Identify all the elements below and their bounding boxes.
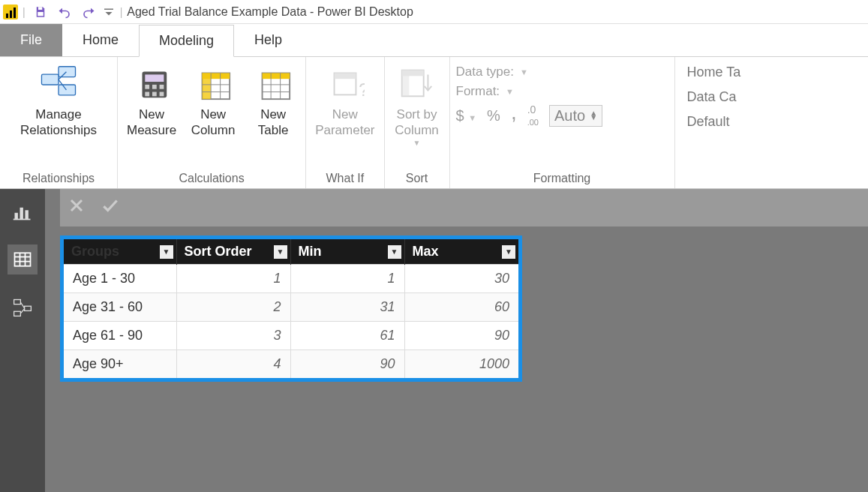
default-label: Default: [687, 114, 730, 129]
data-view-button[interactable]: [8, 244, 38, 274]
filter-dropdown-icon[interactable]: ▼: [160, 245, 173, 259]
new-table-button[interactable]: New Table: [247, 60, 299, 139]
ribbon-group-properties: Home Ta Data Ca Default: [675, 57, 868, 188]
manage-relationships-button[interactable]: Manage Relationships: [6, 60, 111, 139]
ribbon: Manage Relationships Relationships New M…: [0, 57, 868, 189]
filter-dropdown-icon[interactable]: ▼: [502, 245, 515, 259]
svg-rect-34: [401, 70, 409, 97]
home-table-dropdown[interactable]: Home Ta: [687, 64, 741, 80]
column-header-max[interactable]: Max ▼: [404, 239, 518, 265]
default-dropdown[interactable]: Default: [687, 114, 741, 130]
cell-group: Age 90+: [64, 350, 176, 379]
svg-rect-35: [15, 213, 18, 220]
new-parameter-button[interactable]: ? New Parameter: [312, 60, 377, 139]
undo-icon: [58, 5, 71, 19]
cancel-formula-button[interactable]: [68, 196, 86, 220]
thousands-button[interactable]: ,: [511, 100, 517, 124]
ribbon-group-formatting: Data type: ▼ Format: ▼ $ ▼ % , .0.00 Aut…: [450, 57, 675, 188]
svg-line-48: [20, 309, 24, 314]
sort-by-column-button[interactable]: Sort by Column ▼: [391, 60, 443, 148]
svg-rect-1: [38, 12, 44, 16]
svg-line-47: [20, 302, 24, 308]
new-column-button[interactable]: New Column: [187, 60, 239, 139]
svg-rect-13: [145, 92, 149, 97]
filter-dropdown-icon[interactable]: ▼: [388, 245, 401, 259]
sort-icon: [398, 63, 437, 102]
tab-modeling[interactable]: Modeling: [139, 25, 234, 57]
cell-max: 60: [404, 293, 518, 322]
cell-group: Age 31 - 60: [64, 293, 176, 322]
cell-max: 1000: [404, 350, 518, 379]
svg-rect-24: [263, 73, 290, 79]
decimal-places-input[interactable]: Auto ▲▼: [549, 105, 602, 127]
column-icon: [194, 63, 233, 102]
chevron-down-icon: ▼: [468, 113, 476, 122]
table-row[interactable]: Age 1 - 30 1 1 30: [64, 265, 518, 293]
column-header-min[interactable]: Min ▼: [290, 239, 404, 265]
table-row[interactable]: Age 61 - 90 3 61 90: [64, 322, 518, 350]
header-label: Groups: [71, 244, 119, 259]
currency-button[interactable]: $ ▼: [456, 107, 477, 124]
column-header-groups[interactable]: Groups ▼: [64, 239, 176, 265]
svg-rect-11: [152, 85, 157, 89]
group-label-relationships: Relationships: [6, 169, 111, 187]
table-row[interactable]: Age 31 - 60 2 31 60: [64, 293, 518, 322]
formula-input[interactable]: [135, 195, 860, 220]
home-table-label: Home Ta: [687, 64, 741, 80]
model-view-button[interactable]: [8, 292, 38, 322]
save-icon: [34, 5, 47, 19]
table-icon: [12, 249, 33, 270]
svg-rect-5: [59, 85, 76, 95]
table-row[interactable]: Age 90+ 4 90 1000: [64, 350, 518, 379]
tab-home[interactable]: Home: [62, 24, 139, 56]
save-button[interactable]: [30, 2, 51, 22]
tab-help[interactable]: Help: [234, 24, 302, 56]
column-header-sort-order[interactable]: Sort Order ▼: [176, 239, 290, 265]
svg-rect-4: [41, 75, 59, 86]
titlebar: | | Aged Trial Balance Example Data - Po…: [0, 0, 868, 24]
format-dropdown[interactable]: Format: ▼: [456, 84, 603, 99]
data-category-label: Data Ca: [687, 89, 737, 104]
measure-icon: [132, 63, 171, 102]
relationships-icon: [39, 63, 78, 102]
cell-sort: 3: [176, 322, 290, 350]
content-area: Groups ▼ Sort Order ▼ Min ▼ Max: [0, 189, 868, 492]
cell-group: Age 1 - 30: [64, 265, 176, 293]
data-type-dropdown[interactable]: Data type: ▼: [456, 64, 603, 80]
data-category-dropdown[interactable]: Data Ca: [687, 89, 741, 105]
qat-dropdown[interactable]: [102, 2, 116, 22]
new-column-label: New Column: [191, 106, 236, 139]
manage-relationships-label: Manage Relationships: [20, 106, 97, 139]
svg-rect-9: [145, 74, 164, 82]
cell-min: 61: [290, 322, 404, 350]
svg-rect-44: [14, 300, 21, 304]
chevron-down-icon: ▼: [520, 68, 528, 76]
tab-file[interactable]: File: [0, 24, 62, 56]
header-label: Min: [299, 244, 322, 259]
commit-formula-button[interactable]: [101, 196, 120, 220]
redo-button[interactable]: [78, 2, 99, 22]
cell-min: 90: [290, 350, 404, 379]
report-view-button[interactable]: [8, 196, 38, 226]
table-icon: [254, 63, 293, 102]
svg-rect-3: [59, 67, 76, 77]
ribbon-tabs: File Home Modeling Help: [0, 24, 868, 57]
data-table: Groups ▼ Sort Order ▼ Min ▼ Max: [60, 236, 522, 382]
cell-min: 31: [290, 293, 404, 322]
format-label: Format:: [456, 84, 500, 99]
new-measure-button[interactable]: New Measure: [124, 60, 179, 139]
undo-button[interactable]: [54, 2, 75, 22]
cell-max: 90: [404, 322, 518, 350]
svg-rect-36: [20, 208, 23, 220]
new-measure-label: New Measure: [127, 106, 176, 139]
cell-sort: 1: [176, 265, 290, 293]
percent-button[interactable]: %: [487, 107, 500, 124]
group-label-calculations: Calculations: [124, 169, 299, 187]
ribbon-group-sort: Sort by Column ▼ Sort: [385, 57, 450, 188]
svg-text:?: ?: [359, 80, 365, 100]
currency-icon: $: [456, 107, 464, 124]
separator: |: [120, 6, 123, 18]
ribbon-group-relationships: Manage Relationships Relationships: [0, 57, 118, 188]
formula-bar: [60, 189, 868, 226]
filter-dropdown-icon[interactable]: ▼: [274, 245, 287, 259]
